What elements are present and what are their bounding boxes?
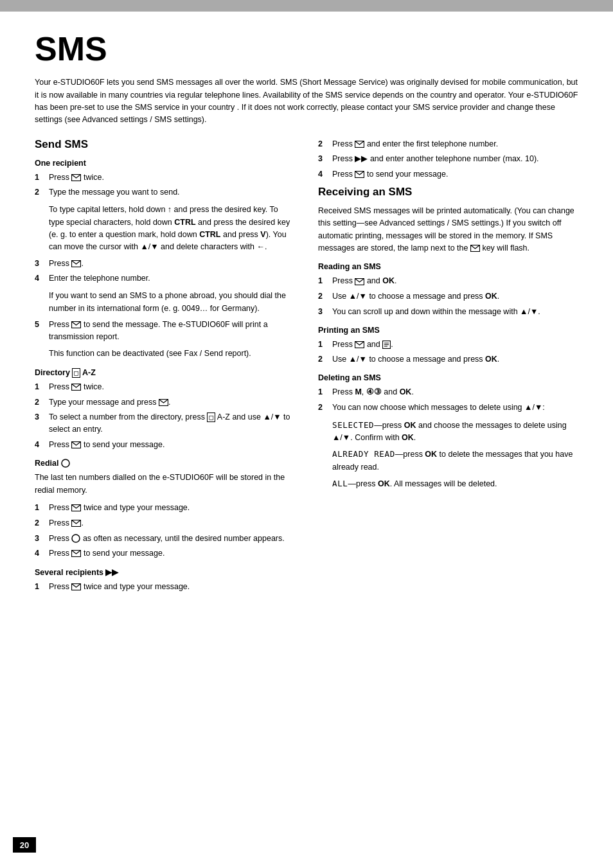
several-recipients-subtitle: Several recipients ▶▶: [35, 567, 295, 577]
left-column: Send SMS One recipient 1 Press twice. 2 …: [35, 138, 295, 598]
redial-steps: 1 Press twice and type your message. 2 P…: [35, 502, 295, 560]
page-number: 20: [13, 837, 36, 853]
svg-point-9: [72, 535, 80, 542]
svg-point-6: [62, 459, 69, 467]
list-item: 3 Press ▶▶ and enter another telephone n…: [318, 153, 578, 165]
several-recipients-right-steps: 2 Press and enter the first telephone nu…: [318, 138, 578, 181]
list-item: 1 Press twice and type your message.: [35, 581, 295, 593]
right-column: 2 Press and enter the first telephone nu…: [318, 138, 578, 598]
receiving-intro: Received SMS messages will be printed au…: [318, 205, 578, 255]
list-item: 1 Press twice.: [35, 381, 295, 393]
receiving-sms-title: Receiving an SMS: [318, 186, 578, 199]
list-item: 3 Press as often as necessary, until the…: [35, 533, 295, 545]
deactivate-note: This function can be deactivated (see Fa…: [49, 348, 295, 360]
one-recipient-steps-2: 3 Press . 4 Enter the telephone number.: [35, 258, 295, 285]
list-item: 2 Type the message you want to send.: [35, 186, 295, 199]
list-item: 3 Press .: [35, 258, 295, 270]
redial-note: The last ten numbers dialled on the e-ST…: [35, 472, 295, 497]
deleting-sms-steps: 1 Press M, ④③ and OK. 2 You can now choo…: [318, 386, 578, 414]
list-item: 4 Press to send your message.: [35, 547, 295, 560]
send-sms-title: Send SMS: [35, 138, 295, 151]
selected-option: SELECTED—press OK and choose the message…: [332, 419, 578, 445]
typing-note: To type capital letters, hold down ↑ and…: [49, 204, 295, 254]
all-option: ALL—press OK. All messages will be delet…: [332, 477, 578, 490]
list-item: 2 Use ▲/▼ to choose a message and press …: [318, 353, 578, 366]
directory-subtitle: Directory □ A-Z: [35, 368, 295, 377]
intro-paragraph: Your e-STUDIO60F lets you send SMS messa…: [35, 76, 578, 127]
list-item: 1 Press M, ④③ and OK.: [318, 386, 578, 398]
list-item: 5 Press to send the message. The e-STUDI…: [35, 319, 295, 343]
printing-sms-subtitle: Printing an SMS: [318, 326, 578, 335]
redial-subtitle: Redial: [35, 459, 295, 468]
list-item: 2 Use ▲/▼ to choose a message and press …: [318, 290, 578, 303]
printing-sms-steps: 1 Press and . 2 Use ▲/▼ to choose a mess…: [318, 339, 578, 366]
content-area: Send SMS One recipient 1 Press twice. 2 …: [35, 138, 578, 598]
page-title: SMS: [35, 31, 578, 67]
top-bar: [0, 0, 613, 12]
reading-sms-steps: 1 Press and OK. 2 Use ▲/▼ to choose a me…: [318, 275, 578, 317]
list-item: 2 Press and enter the first telephone nu…: [318, 138, 578, 150]
directory-steps: 1 Press twice. 2 Type your message and p…: [35, 381, 295, 451]
already-read-option: ALREADY READ—press OK to delete the mess…: [332, 448, 578, 474]
list-item: 4 Press to send your message.: [35, 439, 295, 451]
list-item: 4 Press to send your message.: [318, 168, 578, 181]
deleting-sms-subtitle: Deleting an SMS: [318, 373, 578, 382]
reading-sms-subtitle: Reading an SMS: [318, 262, 578, 271]
several-recipients-steps: 1 Press twice and type your message.: [35, 581, 295, 593]
list-item: 1 Press twice.: [35, 172, 295, 184]
list-item: 1 Press twice and type your message.: [35, 502, 295, 514]
list-item: 1 Press and .: [318, 339, 578, 351]
list-item: 2 Press .: [35, 517, 295, 529]
list-item: 4 Enter the telephone number.: [35, 272, 295, 285]
one-recipient-subtitle: One recipient: [35, 159, 295, 168]
list-item: 3 You can scroll up and down within the …: [318, 306, 578, 318]
one-recipient-steps: 1 Press twice. 2 Type the message you wa…: [35, 172, 295, 199]
list-item: 2 Type your message and press .: [35, 396, 295, 409]
list-item: 2 You can now choose which messages to d…: [318, 402, 578, 414]
one-recipient-steps-3: 5 Press to send the message. The e-STUDI…: [35, 319, 295, 343]
page: SMS Your e-STUDIO60F lets you send SMS m…: [0, 0, 613, 868]
abroad-note: If you want to send an SMS to a phone ab…: [49, 290, 295, 315]
list-item: 3 To select a number from the directory,…: [35, 411, 295, 436]
list-item: 1 Press and OK.: [318, 275, 578, 287]
